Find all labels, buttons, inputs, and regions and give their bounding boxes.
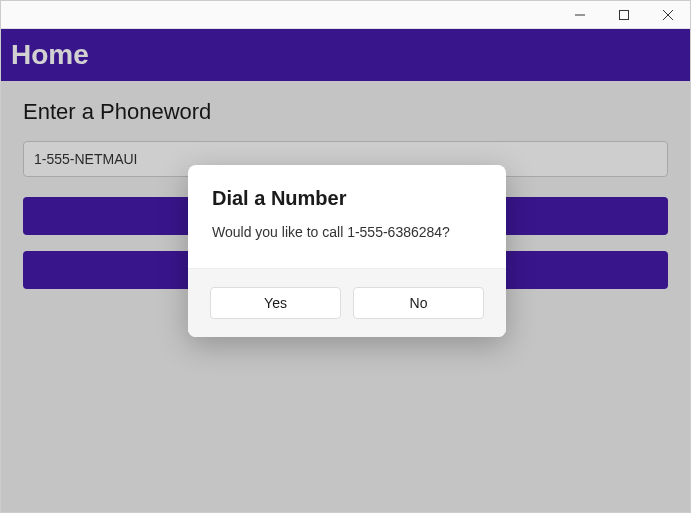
- no-button[interactable]: No: [353, 287, 484, 319]
- maximize-button[interactable]: [602, 1, 646, 29]
- minimize-button[interactable]: [558, 1, 602, 29]
- dial-dialog: Dial a Number Would you like to call 1-5…: [188, 165, 506, 337]
- window-titlebar: [1, 1, 690, 29]
- yes-button[interactable]: Yes: [210, 287, 341, 319]
- svg-rect-1: [620, 10, 629, 19]
- dialog-title: Dial a Number: [212, 187, 482, 210]
- dialog-message: Would you like to call 1-555-6386284?: [212, 224, 482, 240]
- maximize-icon: [619, 10, 629, 20]
- dialog-body: Dial a Number Would you like to call 1-5…: [188, 165, 506, 268]
- close-icon: [663, 10, 673, 20]
- close-button[interactable]: [646, 1, 690, 29]
- dialog-actions: Yes No: [188, 268, 506, 337]
- minimize-icon: [575, 10, 585, 20]
